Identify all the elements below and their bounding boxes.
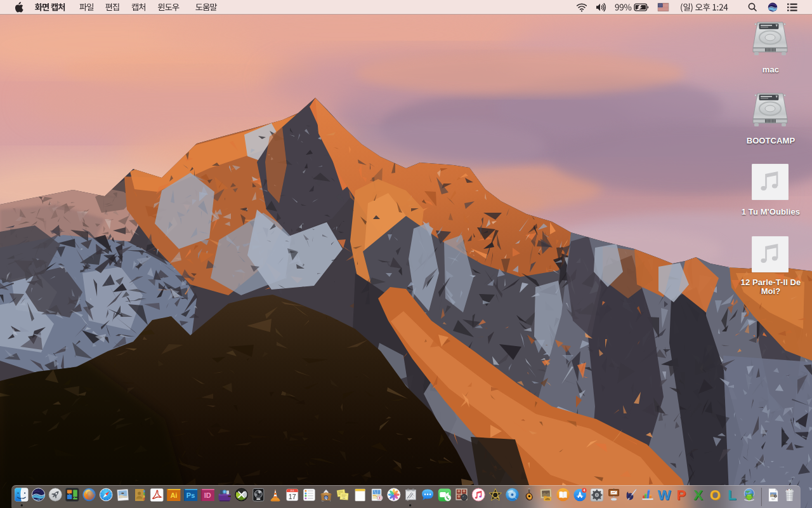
svg-text:ID: ID <box>204 491 211 499</box>
svg-text:X: X <box>693 487 703 503</box>
svg-text:P: P <box>676 487 686 503</box>
svg-text:JUL: JUL <box>290 490 294 492</box>
svg-text:W: W <box>658 487 671 503</box>
svg-text:Q: Q <box>325 496 328 500</box>
svg-text:17: 17 <box>289 493 296 500</box>
svg-text:Ai: Ai <box>170 491 177 499</box>
svg-text:mp3: mp3 <box>771 498 775 500</box>
svg-text:Ps: Ps <box>187 491 195 499</box>
svg-text:L: L <box>728 487 736 503</box>
svg-text:O: O <box>710 487 721 503</box>
